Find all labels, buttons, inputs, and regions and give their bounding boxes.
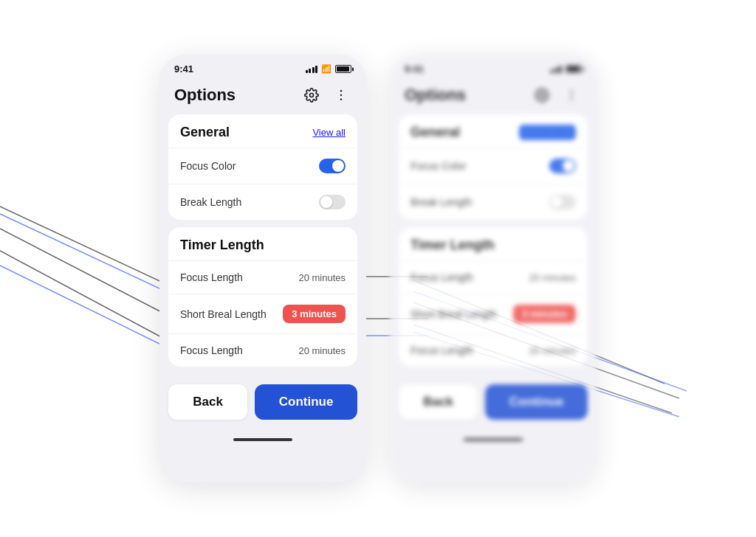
focus-length-label-2: Focus Length — [180, 344, 243, 356]
break-length-label: Break Length — [180, 196, 241, 208]
focus-length-value-1: 20 minutes — [298, 272, 346, 283]
page-title: Options — [174, 86, 236, 105]
timer-title: Timer Length — [180, 238, 264, 253]
focus-length-row-1: Focus Length 20 minutes — [168, 260, 357, 294]
gear-icon[interactable] — [301, 85, 322, 105]
focus-color-row: Focus Color — [168, 148, 357, 184]
focus-length-label-1: Focus Length — [180, 271, 243, 283]
focus-color-label: Focus Color — [180, 160, 236, 172]
blurred-battery-icon — [566, 65, 582, 73]
focus-length-value-2: 20 minutes — [298, 345, 346, 356]
blurred-more-icon — [561, 85, 582, 105]
header-icons — [301, 85, 351, 105]
signal-icon — [306, 66, 318, 73]
svg-point-20 — [571, 99, 573, 101]
svg-point-18 — [571, 90, 573, 92]
blurred-header: Options — [390, 79, 597, 114]
home-indicator — [159, 434, 366, 449]
svg-point-13 — [310, 94, 314, 97]
blurred-status-time: 9:41 — [405, 63, 424, 75]
main-phone: 9:41 📶 Options — [159, 55, 366, 482]
blurred-general-section: General View all Focus Color Break Lengt… — [399, 114, 588, 220]
focus-color-toggle[interactable] — [319, 159, 346, 173]
blurred-gear-icon — [532, 85, 552, 105]
bottom-buttons: Back Continue — [159, 377, 366, 434]
blurred-bottom-buttons: Back Continue — [390, 377, 597, 434]
break-length-row: Break Length — [168, 184, 357, 220]
page-header: Options — [159, 79, 366, 114]
general-section: General View all Focus Color Break Lengt… — [168, 114, 357, 220]
short-break-label: Short Breal Length — [180, 308, 267, 320]
view-all-link[interactable]: View all — [312, 127, 346, 138]
break-length-toggle[interactable] — [319, 195, 346, 209]
short-break-row: Short Breal Length 3 minutes — [168, 294, 357, 333]
blurred-title: Options — [405, 86, 466, 105]
wifi-icon: 📶 — [321, 64, 331, 74]
blurred-back-button: Back — [399, 384, 478, 420]
phones-container: 9:41 📶 Options — [159, 55, 597, 482]
timer-section-header: Timer Length — [168, 227, 357, 260]
blurred-phone: 9:41 Options — [390, 55, 597, 482]
timer-section: Timer Length Focus Length 20 minutes Sho… — [168, 227, 357, 367]
status-icons: 📶 — [306, 64, 352, 74]
blurred-home-indicator — [390, 434, 597, 449]
general-title: General — [180, 125, 230, 140]
svg-point-16 — [340, 99, 343, 101]
svg-point-14 — [340, 90, 343, 92]
general-section-header: General View all — [168, 114, 357, 148]
status-time: 9:41 — [174, 63, 193, 75]
svg-point-15 — [340, 94, 343, 97]
back-button[interactable]: Back — [168, 384, 247, 420]
focus-length-row-2: Focus Length 20 minutes — [168, 333, 357, 367]
blurred-continue-button: Continue — [485, 384, 588, 420]
short-break-badge[interactable]: 3 minutes — [283, 305, 346, 323]
continue-button[interactable]: Continue — [255, 384, 357, 420]
blurred-status-bar: 9:41 — [390, 55, 597, 79]
blurred-timer-section: Timer Length Focus Length 20 minutes Sho… — [399, 227, 588, 367]
svg-point-19 — [571, 94, 573, 97]
battery-icon — [335, 65, 351, 73]
svg-point-17 — [540, 94, 544, 97]
more-icon[interactable] — [331, 85, 351, 105]
status-bar: 9:41 📶 — [159, 55, 366, 79]
home-bar — [233, 438, 292, 441]
